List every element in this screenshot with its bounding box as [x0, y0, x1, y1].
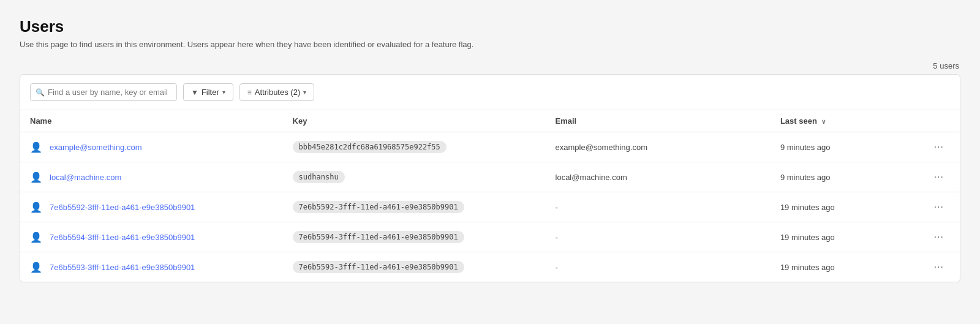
table-row: 👤 7e6b5592-3fff-11ed-a461-e9e3850b9901 7… [20, 192, 960, 222]
table-header: Name Key Email Last seen ∨ [20, 110, 960, 132]
last-seen-cell: 9 minutes ago [771, 162, 921, 192]
sort-icon: ∨ [821, 118, 826, 125]
key-badge: bbb45e281c2dfc68a61968575e922f55 [293, 141, 447, 153]
last-seen-cell: 19 minutes ago [771, 222, 921, 252]
filter-icon: ▼ [191, 88, 198, 97]
name-cell: 👤 7e6b5592-3fff-11ed-a461-e9e3850b9901 [30, 202, 273, 213]
col-header-actions [921, 110, 960, 132]
col-header-name: Name [20, 110, 283, 132]
table-row: 👤 example@something.com bbb45e281c2dfc68… [20, 132, 960, 162]
search-input[interactable] [30, 83, 177, 101]
user-name-link[interactable]: 7e6b5593-3fff-11ed-a461-e9e3850b9901 [50, 263, 195, 272]
email-cell: - [546, 222, 771, 252]
users-count-row: 5 users [20, 61, 960, 70]
col-header-key: Key [283, 110, 546, 132]
name-cell: 👤 7e6b5593-3fff-11ed-a461-e9e3850b9901 [30, 262, 273, 273]
row-actions-button[interactable]: ··· [930, 140, 948, 154]
user-avatar-icon: 👤 [30, 141, 42, 153]
users-table: Name Key Email Last seen ∨ [20, 110, 960, 282]
filter-button[interactable]: ▼ Filter ▾ [183, 83, 233, 101]
user-avatar-icon: 👤 [30, 262, 42, 273]
user-name-link[interactable]: example@something.com [50, 143, 141, 152]
row-actions-button[interactable]: ··· [930, 170, 948, 184]
last-seen-cell: 19 minutes ago [771, 192, 921, 222]
name-cell: 👤 example@something.com [30, 141, 273, 153]
attributes-button[interactable]: ≡ Attributes (2) ▾ [239, 83, 314, 101]
row-actions-button[interactable]: ··· [930, 200, 948, 214]
user-avatar-icon: 👤 [30, 202, 42, 213]
table-row: 👤 7e6b5594-3fff-11ed-a461-e9e3850b9901 7… [20, 222, 960, 252]
toolbar: 🔍 ▼ Filter ▾ ≡ Attributes (2) ▾ [20, 75, 960, 110]
name-cell: 👤 local@machine.com [30, 171, 273, 183]
user-avatar-icon: 👤 [30, 232, 42, 243]
key-badge: 7e6b5594-3fff-11ed-a461-e9e3850b9901 [293, 231, 464, 243]
col-header-last-seen[interactable]: Last seen ∨ [771, 110, 921, 132]
row-actions-button[interactable]: ··· [930, 230, 948, 244]
users-count: 5 users [933, 61, 959, 70]
col-header-email: Email [546, 110, 771, 132]
user-name-link[interactable]: local@machine.com [50, 173, 121, 182]
email-cell: example@something.com [546, 132, 771, 162]
attributes-label: Attributes (2) [255, 88, 300, 97]
user-avatar-icon: 👤 [30, 171, 42, 183]
user-name-link[interactable]: 7e6b5592-3fff-11ed-a461-e9e3850b9901 [50, 203, 195, 212]
filter-chevron-icon: ▾ [222, 89, 225, 96]
user-name-link[interactable]: 7e6b5594-3fff-11ed-a461-e9e3850b9901 [50, 233, 195, 242]
row-actions-button[interactable]: ··· [930, 260, 948, 274]
attributes-icon: ≡ [247, 88, 252, 97]
page-description: Use this page to find users in this envi… [20, 40, 960, 49]
attributes-chevron-icon: ▾ [303, 89, 306, 96]
email-cell: - [546, 192, 771, 222]
table-row: 👤 7e6b5593-3fff-11ed-a461-e9e3850b9901 7… [20, 252, 960, 282]
table-body: 👤 example@something.com bbb45e281c2dfc68… [20, 132, 960, 282]
table-row: 👤 local@machine.com sudhanshulocal@machi… [20, 162, 960, 192]
email-cell: local@machine.com [546, 162, 771, 192]
last-seen-cell: 19 minutes ago [771, 252, 921, 282]
email-cell: - [546, 252, 771, 282]
last-seen-cell: 9 minutes ago [771, 132, 921, 162]
page-container: Users Use this page to find users in thi… [0, 0, 980, 324]
name-cell: 👤 7e6b5594-3fff-11ed-a461-e9e3850b9901 [30, 232, 273, 243]
page-title: Users [20, 17, 960, 36]
search-wrapper: 🔍 [30, 83, 177, 101]
key-badge: 7e6b5592-3fff-11ed-a461-e9e3850b9901 [293, 201, 464, 213]
key-badge: 7e6b5593-3fff-11ed-a461-e9e3850b9901 [293, 261, 464, 273]
key-badge: sudhanshu [293, 171, 345, 183]
table-container: 🔍 ▼ Filter ▾ ≡ Attributes (2) ▾ Name [20, 74, 960, 282]
filter-label: Filter [202, 88, 219, 97]
